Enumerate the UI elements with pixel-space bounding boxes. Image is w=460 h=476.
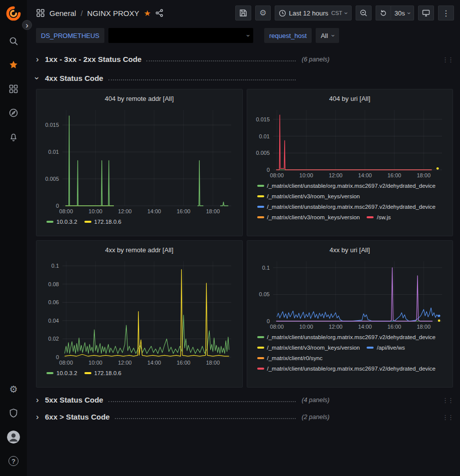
row-panel-count: (4 panels) — [302, 397, 330, 404]
panel-legend: /_matrix/client/unstable/org.matrix.msc2… — [251, 180, 449, 232]
dashboard-settings-button[interactable]: ⚙ — [255, 5, 270, 20]
row-header-5xx[interactable]: › 5xx Status Code (4 panels) ⋮⋮ — [36, 394, 453, 407]
help-icon: ? — [8, 456, 18, 466]
breadcrumb-separator: / — [80, 9, 82, 17]
legend-item[interactable]: /_matrix/client/unstable/org.matrix.msc2… — [257, 333, 436, 341]
dashboard-title[interactable]: NGINX PROXY — [87, 9, 139, 17]
panel-title[interactable]: 4xx by remote addr [All] — [40, 243, 238, 256]
y-tick-label: 0.005 — [256, 150, 270, 156]
legend-marker — [46, 221, 53, 223]
legend-marker — [257, 357, 264, 359]
legend-item[interactable]: 172.18.0.6 — [84, 218, 121, 226]
legend-item[interactable]: /_matrix/client/v3/room_keys/version — [257, 192, 360, 200]
x-tick-label: 12:00 — [118, 360, 132, 366]
row-title: 4xx Status Code — [45, 74, 103, 82]
sidebar-item-configuration[interactable]: ⚙ — [3, 379, 23, 399]
legend-label: 172.18.0.6 — [94, 369, 121, 377]
row-header-6xx[interactable]: › 6xx > Status Code (2 panels) ⋮⋮ — [36, 411, 453, 424]
request-host-variable-label[interactable]: request_host — [264, 28, 312, 43]
sidebar-item-alerting[interactable] — [3, 127, 23, 147]
y-tick-label: 0.05 — [259, 291, 269, 297]
panel-title[interactable]: 4xx by uri [All] — [251, 243, 449, 256]
row-left: › 5xx Status Code — [36, 396, 296, 405]
y-tick-label: 0.005 — [45, 176, 59, 182]
sidebar-expand-button[interactable]: › — [22, 20, 32, 30]
y-tick-label: 0.1 — [51, 263, 59, 269]
gear-icon: ⚙ — [259, 9, 266, 17]
sidebar-item-admin[interactable] — [3, 403, 23, 423]
panel-title[interactable]: 404 by remote addr [All] — [40, 92, 238, 105]
drag-handle-icon[interactable]: ⋮⋮ — [442, 56, 453, 63]
chevron-right-icon: › — [36, 413, 39, 421]
chart-svg: 08:0010:0012:0014:0016:0018:0000.020.040… — [40, 256, 238, 367]
time-range-picker[interactable]: Last 12 hours CST › — [275, 5, 352, 20]
time-series-chart[interactable]: 08:0010:0012:0014:0016:0018:0000.0050.01… — [251, 105, 449, 180]
apps-grid-icon[interactable] — [36, 8, 45, 17]
legend-item[interactable]: /sw.js — [367, 213, 391, 221]
x-tick-label: 16:00 — [387, 324, 401, 330]
refresh-interval-select[interactable]: 30s › — [391, 5, 414, 20]
y-tick-label: 0.015 — [45, 122, 59, 128]
sidebar-item-help[interactable]: ? — [3, 451, 23, 471]
sidebar-item-dashboards[interactable] — [3, 79, 23, 99]
time-series-chart[interactable]: 08:0010:0012:0014:0016:0018:0000.050.1 — [251, 256, 449, 331]
chevron-down-icon: › — [245, 34, 251, 36]
save-dashboard-button[interactable] — [235, 5, 251, 20]
legend-item[interactable]: /_matrix/client/unstable/org.matrix.msc2… — [257, 182, 436, 190]
sidebar-item-starred[interactable] — [3, 55, 23, 75]
row-title: 5xx Status Code — [45, 396, 103, 404]
legend-item[interactable]: /_matrix/client/unstable/org.matrix.msc2… — [257, 203, 436, 211]
x-tick-label: 14:00 — [358, 172, 372, 178]
y-tick-label: 0 — [266, 167, 269, 173]
legend-item[interactable]: /_matrix/client/r0/sync — [257, 354, 323, 362]
legend-label: 172.18.0.6 — [94, 218, 121, 226]
legend-item[interactable]: /api/live/ws — [367, 344, 405, 352]
sidebar-item-profile[interactable] — [3, 427, 23, 447]
legend-item[interactable]: /_matrix/client/unstable/org.matrix.msc2… — [257, 365, 436, 373]
datasource-variable-label[interactable]: DS_PROMETHEUS — [36, 28, 104, 43]
x-tick-label: 18:00 — [417, 324, 431, 330]
sidebar-item-search[interactable] — [3, 31, 23, 51]
drag-handle-icon[interactable]: ⋮⋮ — [442, 397, 453, 404]
grafana-app: › — [0, 0, 460, 476]
legend-marker — [257, 206, 264, 208]
more-options-button[interactable]: ⋮ — [438, 5, 454, 20]
zoom-out-button[interactable] — [356, 5, 372, 20]
breadcrumb-section[interactable]: General — [49, 9, 76, 17]
sidebar-item-explore[interactable] — [3, 103, 23, 123]
grafana-logo[interactable] — [5, 5, 22, 22]
series-line — [64, 315, 229, 354]
legend-item[interactable]: /_matrix/client/v3/room_keys/version — [257, 344, 360, 352]
row-header-1xx-3xx-2xx[interactable]: › 1xx - 3xx - 2xx Status Code (6 panels)… — [36, 53, 453, 66]
datasource-select[interactable]: › — [108, 28, 253, 43]
star-dashboard-icon[interactable]: ★ — [144, 8, 151, 18]
legend-item[interactable]: /_matrix/client/v3/room_keys/version — [257, 213, 360, 221]
time-series-chart[interactable]: 08:0010:0012:0014:0016:0018:0000.0050.01… — [40, 105, 238, 216]
refresh-button[interactable] — [376, 5, 391, 20]
tv-mode-button[interactable] — [418, 5, 434, 20]
x-tick-label: 18:00 — [206, 208, 220, 214]
y-tick-label: 0.015 — [256, 116, 270, 122]
legend-item[interactable]: 10.0.3.2 — [46, 218, 77, 226]
legend-marker — [46, 372, 53, 374]
legend-label: /_matrix/client/v3/room_keys/version — [267, 344, 360, 352]
legend-item[interactable]: 172.18.0.6 — [84, 369, 121, 377]
y-tick-label: 0.02 — [48, 336, 59, 342]
legend-marker — [84, 221, 91, 223]
panel-4xx-by-remote-addr: 4xx by remote addr [All] 08:0010:0012:00… — [36, 240, 243, 388]
x-tick-label: 16:00 — [387, 172, 401, 178]
drag-handle-icon[interactable]: ⋮⋮ — [442, 414, 453, 421]
x-tick-label: 18:00 — [206, 360, 220, 366]
row-header-4xx[interactable]: › 4xx Status Code — [36, 72, 453, 85]
panel-title[interactable]: 404 by uri [All] — [251, 92, 449, 105]
row-left: › 6xx > Status Code — [36, 413, 296, 422]
time-series-chart[interactable]: 08:0010:0012:0014:0016:0018:0000.020.040… — [40, 256, 238, 367]
request-host-select[interactable]: All › — [316, 28, 339, 43]
legend-item[interactable]: 10.0.3.2 — [46, 369, 77, 377]
share-icon[interactable] — [155, 9, 163, 17]
refresh-icon — [380, 9, 387, 17]
chevron-right-icon: › — [25, 21, 28, 29]
dashboards-grid-icon — [8, 84, 18, 94]
row-title: 6xx > Status Code — [45, 413, 110, 421]
x-tick-label: 08:00 — [59, 360, 73, 366]
